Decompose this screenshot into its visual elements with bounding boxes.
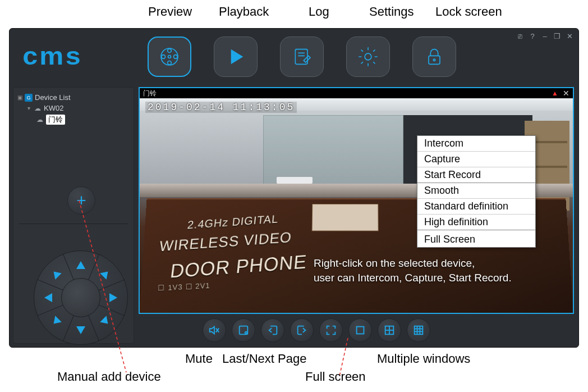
label-mute: Mute bbox=[185, 352, 213, 366]
svg-rect-15 bbox=[240, 326, 248, 335]
menu-start-record[interactable]: Start Record bbox=[417, 167, 535, 183]
page-prev-icon bbox=[267, 324, 279, 336]
menu-smooth[interactable]: Smooth bbox=[417, 183, 535, 199]
ptz-downleft-icon[interactable] bbox=[47, 316, 61, 330]
group-icon: G bbox=[25, 94, 33, 102]
ptz-left-icon[interactable] bbox=[40, 293, 52, 302]
box-text-4: ☐ 1V3 ☐ 2V1 bbox=[158, 281, 210, 293]
tree-node-kw02[interactable]: ▾ ☁ KW02 bbox=[17, 103, 130, 113]
svg-point-5 bbox=[168, 56, 171, 58]
box-text-3: DOOR PHONE bbox=[169, 250, 307, 282]
tree-root[interactable]: ▣ G Device List bbox=[17, 92, 130, 103]
layout-9-button[interactable] bbox=[407, 318, 430, 342]
maximize-icon[interactable]: ❐ bbox=[553, 32, 562, 40]
mute-button[interactable] bbox=[203, 318, 226, 342]
preview-button[interactable] bbox=[148, 37, 191, 77]
svg-rect-11 bbox=[429, 56, 440, 64]
fullscreen-button[interactable] bbox=[319, 318, 343, 342]
tree-node-label: KW02 bbox=[44, 104, 63, 112]
expand-icon[interactable]: ▾ bbox=[26, 105, 31, 111]
layout-quad-icon bbox=[383, 324, 396, 336]
svg-point-0 bbox=[161, 48, 178, 65]
diagram-top-labels: Preview Playback Log Settings Lock scree… bbox=[0, 4, 588, 22]
play-icon bbox=[224, 45, 247, 68]
ptz-dpad[interactable] bbox=[34, 250, 128, 345]
page-next-icon bbox=[296, 324, 308, 336]
svg-rect-17 bbox=[357, 327, 364, 334]
monitor-icon[interactable]: ⎚ bbox=[516, 32, 525, 40]
fullscreen-icon bbox=[325, 324, 337, 336]
label-log: Log bbox=[309, 4, 329, 19]
label-playback: Playback bbox=[219, 4, 269, 19]
menu-fullscreen[interactable]: Full Screen bbox=[417, 230, 535, 247]
overlay-hint-l1: Right-click on the selected device, bbox=[314, 256, 512, 271]
label-preview: Preview bbox=[148, 4, 192, 19]
ptz-downright-icon[interactable] bbox=[100, 316, 114, 330]
svg-point-16 bbox=[245, 332, 247, 334]
cloud-icon: ☁ bbox=[36, 116, 44, 124]
svg-point-2 bbox=[168, 61, 172, 65]
close-video-icon[interactable]: ✕ bbox=[563, 89, 569, 98]
layout-1-button[interactable] bbox=[348, 318, 372, 342]
cloud-icon: ☁ bbox=[34, 104, 42, 112]
alarm-icon[interactable]: ▲ bbox=[552, 89, 558, 97]
video-title: 门铃 bbox=[143, 89, 157, 98]
snapshot-button[interactable] bbox=[232, 318, 255, 342]
ptz-right-icon[interactable] bbox=[109, 293, 122, 302]
ptz-upleft-icon[interactable] bbox=[47, 265, 61, 279]
next-page-button[interactable] bbox=[290, 318, 314, 342]
svg-rect-21 bbox=[415, 326, 423, 335]
close-window-icon[interactable]: ✕ bbox=[565, 32, 574, 40]
layout-nine-icon bbox=[412, 324, 425, 336]
ptz-down-icon[interactable] bbox=[76, 326, 85, 339]
menu-intercom[interactable]: Intercom bbox=[417, 136, 535, 152]
sidebar: ▣ G Device List ▾ ☁ KW02 ☁ 门铃 + bbox=[13, 87, 134, 344]
overlay-hint: Right-click on the selected device, user… bbox=[314, 256, 512, 286]
help-icon[interactable]: ? bbox=[528, 32, 537, 40]
video-feed: 2.4GHz DIGITAL WIRELESS VIDEO DOOR PHONE… bbox=[140, 98, 573, 313]
context-menu: Intercom Capture Start Record Smooth Sta… bbox=[417, 135, 536, 248]
prev-page-button[interactable] bbox=[261, 318, 284, 342]
bottom-toolbar bbox=[203, 318, 430, 342]
layout-4-button[interactable] bbox=[378, 318, 401, 342]
menu-sd[interactable]: Standard definition bbox=[417, 199, 535, 215]
overlay-hint-l2: user can Intercom, Capture, Start Record… bbox=[314, 271, 512, 286]
box-text-2: WIRELESS VIDEO bbox=[158, 229, 292, 255]
ptz-up-icon[interactable] bbox=[76, 257, 85, 269]
svg-point-12 bbox=[433, 59, 435, 61]
svg-point-10 bbox=[365, 53, 371, 60]
sidebar-divider bbox=[19, 224, 128, 224]
osd-timestamp: 2019-02-14 11:13:05 bbox=[145, 102, 297, 113]
app-logo: cms bbox=[22, 42, 82, 70]
main-toolbar bbox=[148, 37, 456, 77]
menu-hd[interactable]: High definition bbox=[417, 215, 535, 230]
menu-capture[interactable]: Capture bbox=[417, 152, 535, 167]
minimize-icon[interactable]: – bbox=[540, 32, 549, 40]
lock-screen-button[interactable] bbox=[412, 37, 456, 77]
device-tree[interactable]: ▣ G Device List ▾ ☁ KW02 ☁ 门铃 bbox=[13, 88, 134, 130]
playback-button[interactable] bbox=[214, 37, 258, 77]
svg-point-3 bbox=[162, 55, 166, 59]
settings-button[interactable] bbox=[346, 37, 390, 77]
label-fullscreen: Full screen bbox=[305, 370, 366, 384]
plus-icon: + bbox=[76, 191, 86, 210]
video-header: 门铃 ▲ ✕ bbox=[140, 88, 573, 98]
label-page: Last/Next Page bbox=[222, 352, 306, 366]
svg-point-1 bbox=[168, 49, 172, 53]
cms-app-window: ⎚ ? – ❐ ✕ cms bbox=[9, 28, 579, 348]
tree-node-label-selected: 门铃 bbox=[46, 115, 65, 125]
snapshot-icon bbox=[237, 324, 250, 336]
svg-point-4 bbox=[174, 55, 178, 59]
label-add-device: Manual add device bbox=[57, 370, 161, 384]
collapse-icon[interactable]: ▣ bbox=[17, 94, 22, 101]
lock-icon bbox=[423, 45, 445, 68]
label-settings: Settings bbox=[369, 4, 414, 19]
add-device-button[interactable]: + bbox=[67, 186, 95, 215]
video-pane[interactable]: 门铃 ▲ ✕ 2.4GHz DIGITAL WIRELESS VIDEO DOO… bbox=[139, 87, 574, 314]
tree-node-doorbell[interactable]: ☁ 门铃 bbox=[17, 113, 130, 126]
ptz-center[interactable] bbox=[61, 278, 100, 317]
ptz-upright-icon[interactable] bbox=[100, 265, 114, 279]
log-button[interactable] bbox=[280, 37, 324, 77]
svg-marker-6 bbox=[231, 49, 244, 65]
speaker-mute-icon bbox=[208, 324, 220, 336]
